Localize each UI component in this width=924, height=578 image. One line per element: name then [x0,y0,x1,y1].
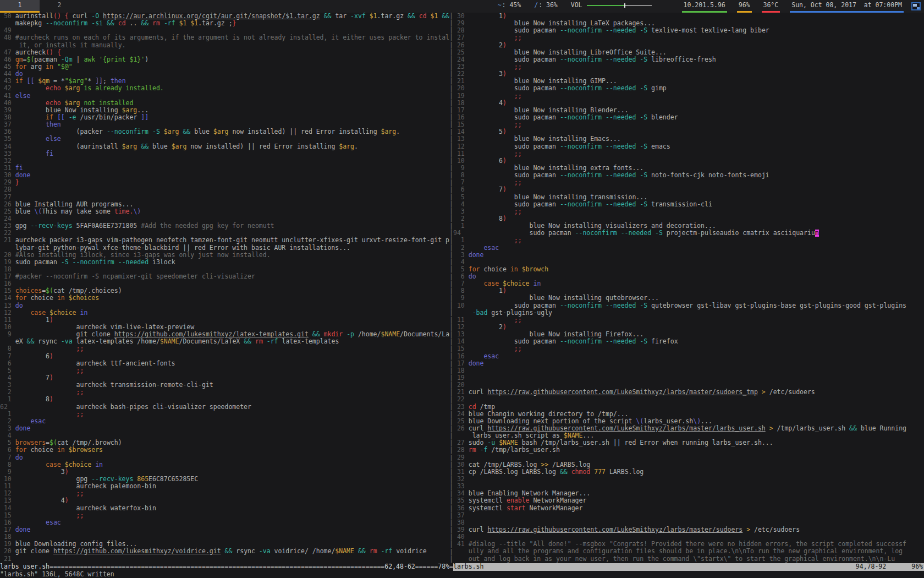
code-text: sudo pacman --noconfirm --needed -S fire… [469,338,678,345]
code-text: } [15,179,19,186]
code-text: for arg in "$@" [15,63,73,70]
line-number: 25 [453,49,469,56]
volume-slider[interactable] [587,5,652,6]
vim-left-window[interactable]: 50 aurinstall() { curl -O https://aur.ar… [0,13,449,563]
line-number: 5 [0,367,15,374]
code-text: blue Downloading config files... [15,541,138,548]
line-number: 4 [0,432,15,439]
code-row: 2 ;; [0,389,449,396]
line-number: 30 [0,172,15,179]
statusline-right-active[interactable]: larbs.sh94,78-9296% [453,563,924,571]
code-text: systemctl enable NetworkManager [469,497,587,504]
code-text: 2) [469,42,507,49]
code-text: esac [15,418,46,425]
line-number: 18 [0,266,15,273]
line-number: 19 [0,541,15,548]
code-row: 15 ;; [453,345,924,352]
code-text: if [[ -e /usr/bin/packer ]] [15,114,148,121]
code-row: 26 blue Installing AUR programs... [0,201,449,208]
code-text: 6) [15,353,53,360]
code-row: 2 8) [453,215,924,222]
line-number: 12 [453,324,469,331]
code-row: 16 [0,280,449,287]
code-text: systemctl start NetworkManager [469,505,583,512]
systray-monitor-icon[interactable] [911,2,921,10]
status-modules: ~: 45%/: 36%VOL10.201.5.9696%36°CSun, Oc… [486,0,904,13]
line-number: 50 [0,13,15,20]
code-text: echo $arg not installed [15,100,134,107]
line-number: 6 [453,186,469,193]
monitor-screen-glyph [913,4,917,7]
code-text: ;; [15,389,84,396]
code-text: aurcheck transmission-remote-cli-git [15,381,213,389]
code-row: 3 done [0,425,449,432]
line-number: 15 [453,121,469,128]
line-number: 25 [453,418,469,425]
right-scroll-percent: 96% [911,563,923,571]
code-text: aurcheck packer i3-gaps vim-pathogen neo… [15,237,449,244]
line-number [453,555,469,563]
volume-module[interactable]: VOL [569,0,653,13]
line-number: 44 [0,70,15,78]
code-row: 26 curl https://raw.githubusercontent.co… [453,425,924,432]
code-text: ;; [469,237,522,244]
code-row: 5 ;; [0,367,449,374]
volume-slider-fill [587,5,624,6]
line-number: 36 [453,505,469,512]
code-row: eX && rsync -va latex-templates /home/$N… [0,338,449,345]
code-text: blue Now installing GIMP... [469,78,617,85]
code-text: blue Downloading next portion of the scr… [469,418,712,425]
line-number: 28 [453,27,469,34]
workspace-tab-1[interactable]: 1 [0,0,40,13]
code-text: sudo -u $NAME bash /tmp/larbs_user.sh ||… [469,439,773,446]
code-text: 7) [469,186,507,193]
root-usage-module: /: 36% [532,0,559,13]
code-row: 23 cd /tmp [453,403,924,411]
system-tray[interactable] [911,0,921,13]
statusline-fill: ========================================… [50,563,384,571]
line-number: 94 [453,230,469,237]
code-text: 2) [469,324,507,331]
datetime-module: Sun, Oct 08, 2017 at 07:00PM [790,0,904,13]
line-number: 32 [0,157,15,165]
code-text: ;; [15,345,84,352]
workspace-tab-2[interactable]: 2 [40,0,79,13]
line-number: 13 [453,331,469,338]
line-number: 1 [0,411,15,418]
code-row: 6 do [453,273,924,280]
code-row: 48 #aurcheck runs on each of its argumen… [0,34,449,41]
line-number: 41 [0,92,15,100]
code-text: aurcheck bash-pipes cli-visualizer speed… [15,403,251,411]
code-row: 45 for arg in "$@" [0,63,449,70]
code-row: 5 for choice in $browch [453,266,924,273]
code-row: 14 5) [453,128,924,135]
code-text: sudo pacman --noconfirm --needed -S qute… [469,302,906,309]
code-row: 9 blue Now installing qutebrowser... [453,295,924,302]
line-number: 38 [0,114,15,121]
line-number: 23 [453,63,469,70]
line-number: 2 [0,389,15,396]
code-row: 34 blue Enabling Network Manager... [453,490,924,497]
code-row: 42 echo $arg is already installed. [0,85,449,92]
code-text: qm=$(pacman -Qm | awk '{print $1}') [15,56,148,63]
code-row: 13 blue Now installing Firefox... [453,331,924,338]
code-row: 18 [0,533,449,541]
code-row: 21 [0,555,449,563]
window-separator[interactable]: | | | | | | | | | | | | | | | | | | | | … [449,13,453,563]
code-row: 19 ;; [453,92,924,100]
code-text: ;; [15,490,84,497]
left-ruler: 62,48-62 [384,563,415,571]
code-text: (aurinstall $arg && blue $arg now instal… [15,143,358,150]
code-row: makepkg --noconfirm -si && cd .. && rm -… [0,20,449,27]
code-text: git clone https://github.com/lukesmithxy… [15,331,449,338]
volume-slider-knob[interactable] [624,3,625,8]
line-number [0,338,15,345]
code-row: 3 done [453,252,924,259]
status-bar: 12 ~: 45%/: 36%VOL10.201.5.9696%36°CSun,… [0,0,924,13]
code-row: 7 ;; [453,179,924,186]
statusline-left-inactive[interactable]: larbs_user.sh===========================… [0,563,453,571]
line-number: 26 [0,201,15,208]
line-number: 28 [0,186,15,193]
vim-right-window[interactable]: 30 1) 29 blue Now installing LaTeX packa… [453,13,924,563]
code-row: lybar-git python-pywal xfce-theme-blackb… [0,244,449,252]
